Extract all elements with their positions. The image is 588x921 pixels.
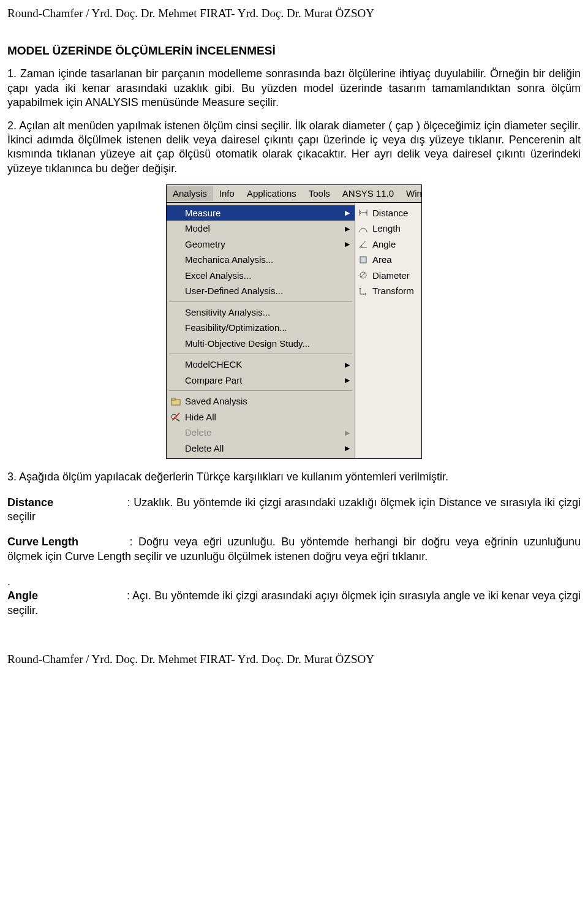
menu-sensitivity[interactable]: Sensitivity Analysis...: [167, 305, 355, 320]
tab-info[interactable]: Info: [213, 186, 241, 201]
menu-delete: Delete ▶: [167, 425, 355, 441]
menu-multi[interactable]: Multi-Objective Design Study...: [167, 336, 355, 352]
menu-modelcheck-label: ModelCHECK: [185, 358, 242, 371]
menu-measure-label: Measure: [185, 207, 221, 219]
menu-hide-all-label: Hide All: [185, 411, 216, 423]
tab-ansys[interactable]: ANSYS 11.0: [336, 186, 400, 201]
length-icon: [358, 224, 369, 233]
tab-applications[interactable]: Applications: [241, 186, 303, 201]
submenu-angle-label: Angle: [372, 238, 396, 251]
submenu-length[interactable]: Length: [355, 221, 421, 237]
definition-curve-length: Curve Length : Doğru veya eğri uzunluğu.…: [7, 535, 581, 564]
submenu-diameter-label: Diameter: [372, 270, 410, 282]
submenu-area-label: Area: [372, 254, 392, 266]
submenu-arrow-icon: ▶: [345, 360, 350, 369]
tab-window[interactable]: Win: [400, 186, 428, 201]
submenu-transform-label: Transform: [372, 285, 414, 297]
angle-icon: [358, 239, 369, 249]
menu-modelcheck[interactable]: ModelCHECK ▶: [167, 357, 355, 373]
dot-line: .: [7, 575, 581, 589]
menu-hide-all[interactable]: Hide All: [167, 409, 355, 425]
saved-analysis-icon: [170, 396, 181, 406]
submenu-distance-label: Distance: [372, 207, 408, 219]
hide-all-icon: [170, 412, 181, 422]
diameter-icon: [358, 270, 369, 280]
svg-line-11: [360, 241, 366, 248]
menu-divider: [169, 301, 352, 302]
svg-rect-1: [172, 398, 175, 400]
distance-icon: [358, 208, 369, 218]
svg-rect-12: [360, 257, 366, 263]
definition-angle: Angle : Açı. Bu yöntemde iki çizgi arası…: [7, 589, 581, 618]
menu-saved-label: Saved Analysis: [185, 395, 247, 407]
menu-userdef[interactable]: User-Defined Analysis...: [167, 283, 355, 299]
submenu-arrow-icon: ▶: [345, 376, 350, 384]
menu-geometry-label: Geometry: [185, 238, 225, 251]
submenu-arrow-icon: ▶: [345, 224, 350, 233]
section-title: MODEL ÜZERİNDE ÖLÇÜMLERİN İNCELENMESİ: [7, 44, 581, 59]
definition-distance: Distance : Uzaklık. Bu yöntemde iki çizg…: [7, 496, 581, 525]
menu-delete-all-label: Delete All: [185, 442, 224, 455]
submenu-arrow-icon: ▶: [345, 444, 350, 452]
area-icon: [358, 255, 369, 265]
term-angle: Angle: [7, 589, 124, 603]
svg-line-3: [176, 419, 179, 421]
paragraph-3: 3. Aşağıda ölçüm yapılacak değerlerin Tü…: [7, 470, 581, 484]
paragraph-2: 2. Açılan alt menüden yapılmak istenen ö…: [7, 119, 581, 176]
paragraph-1: 1. Zaman içinde tasarlanan bir parçanın …: [7, 67, 581, 110]
menu-divider: [169, 354, 352, 354]
menu-feasibility[interactable]: Feasibility/Optimization...: [167, 320, 355, 336]
menu-sensitivity-label: Sensitivity Analysis...: [185, 306, 270, 319]
menu-divider: [169, 390, 352, 391]
menu-feasibility-label: Feasibility/Optimization...: [185, 322, 287, 334]
tab-tools[interactable]: Tools: [303, 186, 336, 201]
term-distance: Distance: [7, 496, 124, 510]
menu-compare[interactable]: Compare Part ▶: [167, 373, 355, 388]
menubar: Analysis Info Applications Tools ANSYS 1…: [166, 184, 422, 459]
submenu-arrow-icon: ▶: [345, 208, 350, 217]
submenu-distance[interactable]: Distance: [355, 205, 421, 221]
page-header: Round-Chamfer / Yrd. Doç. Dr. Mehmet FIR…: [7, 6, 581, 21]
submenu-measure: Distance Length Angle: [355, 203, 421, 459]
submenu-transform[interactable]: Transform: [355, 283, 421, 299]
menu-delete-label: Delete: [185, 426, 211, 439]
submenu-arrow-icon: ▶: [345, 240, 350, 248]
menu-excel-label: Excel Analysis...: [185, 270, 251, 282]
page-footer: Round-Chamfer / Yrd. Doç. Dr. Mehmet FIR…: [7, 652, 581, 667]
menu-delete-all[interactable]: Delete All ▶: [167, 441, 355, 457]
menu-model-label: Model: [185, 222, 210, 235]
menu-measure[interactable]: Measure ▶: [167, 205, 355, 221]
transform-icon: [358, 286, 369, 296]
menu-mechanica[interactable]: Mechanica Analysis...: [167, 252, 355, 268]
menu-screenshot: Analysis Info Applications Tools ANSYS 1…: [7, 184, 581, 459]
menu-excel[interactable]: Excel Analysis...: [167, 268, 355, 284]
submenu-arrow-icon: ▶: [345, 428, 350, 437]
menu-geometry[interactable]: Geometry ▶: [167, 237, 355, 252]
submenu-length-label: Length: [372, 222, 401, 235]
menubar-tabs: Analysis Info Applications Tools ANSYS 1…: [167, 185, 421, 203]
menu-multi-label: Multi-Objective Design Study...: [185, 338, 310, 350]
menu-mechanica-label: Mechanica Analysis...: [185, 254, 273, 266]
menu-saved[interactable]: Saved Analysis: [167, 393, 355, 409]
menu-compare-label: Compare Part: [185, 374, 242, 387]
dropdown-analysis: Measure ▶ Model ▶ Geometry ▶ Mechanica A…: [167, 203, 355, 459]
menu-model[interactable]: Model ▶: [167, 221, 355, 237]
menu-userdef-label: User-Defined Analysis...: [185, 285, 283, 297]
submenu-area[interactable]: Area: [355, 252, 421, 268]
submenu-angle[interactable]: Angle: [355, 237, 421, 252]
term-curve-length: Curve Length: [7, 535, 124, 549]
tab-analysis[interactable]: Analysis: [167, 186, 213, 201]
submenu-diameter[interactable]: Diameter: [355, 268, 421, 284]
